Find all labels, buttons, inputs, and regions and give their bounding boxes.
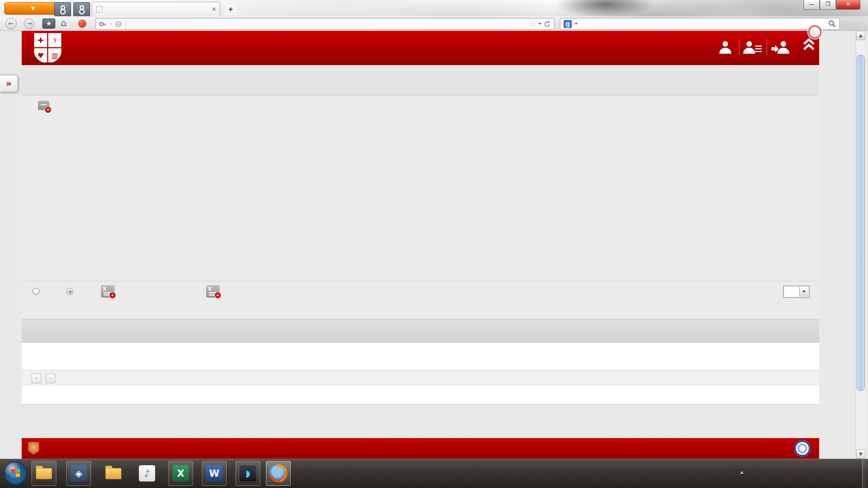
window-controls: — ❐ × <box>803 0 860 10</box>
taskbar-excel-button[interactable]: X <box>168 461 193 486</box>
search-bar[interactable]: g <box>560 18 840 30</box>
scroll-down-icon[interactable]: ▼ <box>856 450 865 459</box>
sidebar-expand-button[interactable]: » <box>0 75 18 92</box>
windows-flag-icon <box>11 468 20 477</box>
filter-title-bar: — + <box>22 95 819 115</box>
logo-cross-icon: ✚ <box>34 33 48 48</box>
excel-detailed-export-icon[interactable]: X + <box>206 285 220 298</box>
folder-icon <box>36 468 52 479</box>
filter-grid <box>22 115 819 281</box>
taskbar-explorer-button[interactable] <box>31 461 56 486</box>
reload-icon[interactable] <box>544 21 551 28</box>
divider: | <box>124 19 127 29</box>
app-logo-icon <box>78 4 86 15</box>
page-scrollbar[interactable]: ▲ ▼ <box>856 31 865 459</box>
export-badge-icon: + <box>109 292 116 299</box>
radio-2003[interactable] <box>33 288 40 295</box>
hidden-icons-chevron[interactable]: ▲ <box>739 470 744 475</box>
pinned-tab-2[interactable] <box>73 2 90 16</box>
firefox-menu-button[interactable]: ▾ <box>4 2 62 15</box>
word-icon: W <box>206 465 222 481</box>
new-tab-button[interactable]: + <box>224 4 238 15</box>
folder-icon <box>105 468 122 479</box>
taskbar-app2-button[interactable]: ◈ <box>66 461 91 486</box>
user-profile-button[interactable] <box>712 40 739 55</box>
tab-close-icon[interactable]: × <box>212 5 216 13</box>
show-desktop-button[interactable] <box>862 459 868 488</box>
key-identity-icon <box>99 21 106 28</box>
site-logo: ✚⚕♥▥ <box>34 33 62 63</box>
radio-2007[interactable] <box>66 288 73 295</box>
taskbar-music-button[interactable]: ♪ <box>135 461 159 486</box>
records-count-control <box>779 281 809 302</box>
app-icon: ◗ <box>240 465 256 481</box>
user-bar <box>22 70 819 95</box>
excel-icon: X <box>173 465 189 481</box>
taskbar-word-button[interactable]: W <box>202 461 227 486</box>
export-toolbar: X + X + <box>22 281 819 301</box>
export-badge-icon: + <box>214 292 221 299</box>
maximize-button[interactable]: ❐ <box>820 0 836 10</box>
collapse-header-button[interactable] <box>802 37 816 54</box>
usaid-seal-icon <box>794 440 810 457</box>
app-icon: ◈ <box>71 465 87 481</box>
google-icon: g <box>564 20 572 28</box>
search-icon[interactable] <box>828 20 836 28</box>
bookmark-star-icon[interactable]: ☆ <box>529 20 536 28</box>
home-button[interactable]: ⌂ <box>61 17 67 28</box>
table-empty-row <box>22 343 819 370</box>
scroll-up-icon[interactable]: ▲ <box>856 31 865 40</box>
georgia-coat-of-arms-icon <box>28 442 39 455</box>
logout-button[interactable] <box>767 40 794 55</box>
pagination-bar: ‹ › <box>22 370 819 386</box>
taskbar-app7-button[interactable]: ◗ <box>235 461 260 486</box>
bookmarks-button[interactable]: ★ <box>42 18 55 29</box>
next-page-button[interactable]: › <box>46 374 55 383</box>
browser-chrome: ▾ × + — ❐ × ← → ★ ⌂ › | ☆ <box>0 0 868 31</box>
minimize-button[interactable]: — <box>803 0 820 10</box>
logo-staff-icon: ⚕ <box>48 33 62 48</box>
filter-add-badge-icon[interactable]: + <box>44 106 52 113</box>
site-footer <box>22 438 819 459</box>
logo-column-icon: ▥ <box>48 48 62 63</box>
scrollbar-thumb[interactable] <box>857 55 865 391</box>
taskbar: ◈ ♪ X W ◗ ▲ ✓ <box>0 459 868 488</box>
person-icon <box>718 40 733 55</box>
close-button[interactable]: × <box>836 0 860 10</box>
person-arrow-icon <box>771 40 790 55</box>
page-placeholder-icon <box>96 6 103 12</box>
group-hint-bar <box>22 301 819 319</box>
taskbar-folder-button[interactable] <box>101 461 126 486</box>
start-button[interactable] <box>4 461 27 485</box>
app-logo-icon <box>59 4 67 15</box>
taskbar-firefox-button[interactable] <box>266 461 291 486</box>
firefox-icon <box>269 464 288 483</box>
table-header-row <box>22 319 819 343</box>
back-button[interactable]: ← <box>5 18 17 29</box>
pinned-tab-1[interactable] <box>54 2 71 16</box>
site-header: ✚⚕♥▥ <box>22 31 819 65</box>
music-icon: ♪ <box>139 465 155 481</box>
addon-icon[interactable] <box>78 20 86 28</box>
breadcrumb-separator: › <box>108 20 113 28</box>
url-bar[interactable]: › | ☆ <box>95 18 554 30</box>
person-list-icon <box>743 40 763 55</box>
urlbar-dropdown-icon[interactable] <box>538 23 541 25</box>
navigation-toolbar: ← → ★ ⌂ › | ☆ g <box>0 16 868 31</box>
filter-collapse-button[interactable]: — + <box>38 101 49 110</box>
search-engine-dropdown-icon[interactable] <box>575 23 578 25</box>
globe-decoration-icon <box>807 24 822 40</box>
content-tail <box>22 386 819 404</box>
active-tab[interactable]: × <box>92 2 220 16</box>
records-count-select[interactable] <box>783 286 809 298</box>
header-user-icons <box>712 35 794 59</box>
logo-heart-icon: ♥ <box>34 48 48 63</box>
forward-button[interactable]: → <box>24 18 34 29</box>
globe-icon <box>115 21 122 28</box>
user-list-button[interactable] <box>739 40 767 55</box>
prev-page-button[interactable]: ‹ <box>31 374 41 383</box>
select-arrow-icon[interactable] <box>799 287 808 297</box>
excel-export-icon[interactable]: X + <box>101 285 114 298</box>
